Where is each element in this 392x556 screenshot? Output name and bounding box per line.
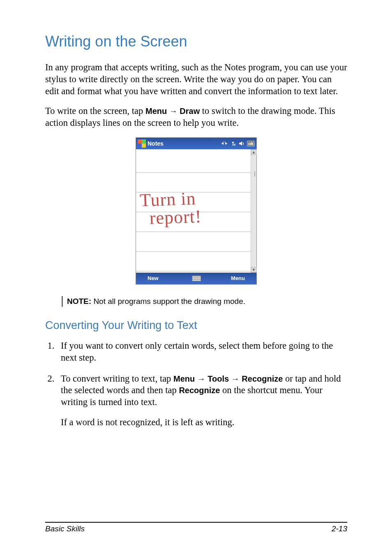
- note-text: Not all programs support the drawing mod…: [91, 297, 245, 306]
- connectivity-icon[interactable]: [221, 140, 228, 147]
- volume-icon[interactable]: [238, 140, 245, 147]
- svg-rect-4: [234, 144, 235, 146]
- new-button[interactable]: New: [148, 275, 159, 281]
- scroll-thumb[interactable]: [254, 171, 255, 176]
- app-title: Notes: [148, 140, 164, 147]
- arrow-icon: →: [167, 107, 180, 116]
- s2-recognize-2: Recognize: [179, 386, 220, 395]
- para2-pre: To write on the screen, tap: [45, 106, 145, 116]
- svg-point-1: [224, 141, 224, 142]
- arrow-icon: →: [195, 374, 208, 383]
- arrow-icon: →: [229, 374, 242, 383]
- svg-point-0: [222, 141, 223, 142]
- s2-tools: Tools: [208, 374, 229, 383]
- start-icon[interactable]: [138, 139, 146, 148]
- step-1-text: If you want to convert only certain word…: [61, 340, 347, 364]
- note-label: NOTE:: [67, 297, 91, 306]
- s2-pre: To convert writing to text, tap: [61, 373, 173, 384]
- page-footer: Basic Skills 2-13: [45, 522, 347, 533]
- handwritten-text: Turn in report!: [140, 189, 202, 227]
- ok-button[interactable]: ok: [247, 141, 255, 146]
- notes-app-screenshot: Notes ok: [136, 137, 257, 285]
- svg-rect-5: [235, 144, 235, 146]
- intro-paragraph: In any program that accepts writing, suc…: [45, 62, 347, 97]
- writing-canvas[interactable]: Turn in report! ▲ ▼: [136, 149, 256, 273]
- subsection-heading: Converting Your Writing to Text: [45, 319, 347, 332]
- menu-label: Menu: [145, 107, 167, 116]
- scrollbar[interactable]: ▲ ▼: [251, 149, 256, 273]
- scroll-up-button[interactable]: ▲: [251, 149, 257, 155]
- step-2: To convert writing to text, tap Menu → T…: [57, 373, 347, 429]
- step-2-text: To convert writing to text, tap Menu → T…: [61, 373, 347, 408]
- keyboard-icon[interactable]: [192, 276, 201, 281]
- draw-mode-paragraph: To write on the screen, tap Menu → Draw …: [45, 105, 347, 129]
- step-2-para-2: If a word is not recognized, it is left …: [61, 417, 347, 429]
- section-heading: Writing on the Screen: [45, 33, 347, 50]
- scroll-down-button[interactable]: ▼: [251, 267, 257, 273]
- footer-rule: [45, 522, 347, 523]
- footer-page-number: 2-13: [332, 524, 347, 533]
- step-1: If you want to convert only certain word…: [57, 340, 347, 364]
- svg-point-2: [225, 141, 226, 142]
- app-bottom-bar: New Menu: [136, 273, 256, 284]
- s2-menu: Menu: [173, 374, 195, 383]
- steps-list: If you want to convert only certain word…: [45, 340, 347, 429]
- handwriting-line-2: report!: [149, 207, 202, 227]
- signal-icon[interactable]: [230, 140, 236, 147]
- s2-recognize: Recognize: [242, 374, 283, 383]
- footer-section-name: Basic Skills: [45, 524, 85, 533]
- note-block: NOTE: Not all programs support the drawi…: [62, 296, 347, 307]
- draw-label: Draw: [180, 107, 200, 116]
- app-title-bar: Notes ok: [136, 138, 256, 149]
- menu-button[interactable]: Menu: [231, 275, 245, 281]
- svg-rect-3: [233, 144, 233, 146]
